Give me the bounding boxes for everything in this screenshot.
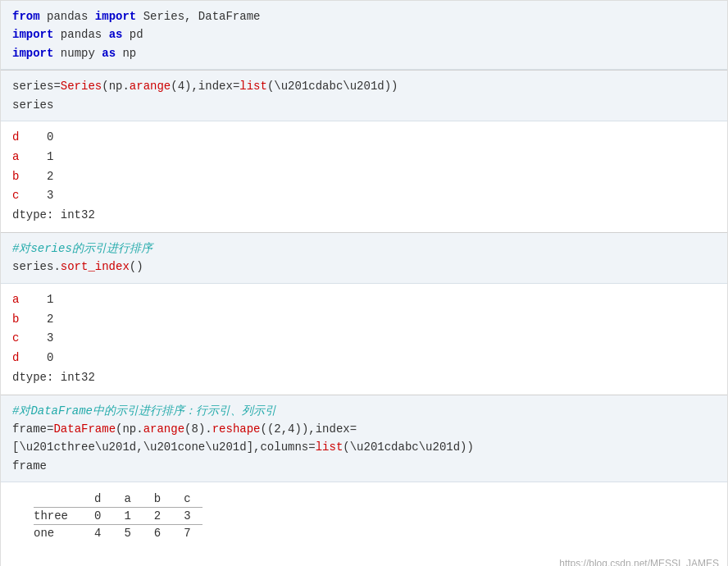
df-create-line: frame=DataFrame(np.arange(8).reshape((2,…: [12, 420, 716, 457]
code-output-series: d 0 a 1 b 2 c 3 dtype: int32: [1, 121, 727, 232]
code-input-imports: from pandas import Series, DataFrame imp…: [1, 1, 727, 70]
df-print-line: frame: [12, 457, 716, 475]
df-header-a: a: [112, 491, 142, 508]
section-sort-index: #对series的示引进行排序 series.sort_index() a 1 …: [1, 233, 727, 395]
section-imports: from pandas import Series, DataFrame imp…: [1, 1, 727, 71]
section-df-sort: #对DataFrame中的示引进行排序：行示引、列示引 frame=DataFr…: [1, 395, 727, 566]
df-header-d: d: [83, 491, 112, 508]
df-row-one: one 4 5 6 7: [34, 525, 202, 542]
df-cell-three-c: 3: [172, 508, 202, 525]
sorted-row-d: d 0: [12, 349, 716, 368]
series-print-line: series: [12, 96, 716, 114]
kw-import2: import: [12, 28, 53, 41]
df-header-row: d a b c: [34, 491, 202, 508]
kw-from: from: [12, 10, 40, 23]
series-row-b: b 2: [12, 167, 716, 187]
code-output-sorted: a 1 b 2 c 3 d 0 dtype: int32: [1, 284, 727, 395]
code-input-series: series=Series(np.arange(4),index=list(\u…: [1, 71, 727, 121]
series-dtype: dtype: int32: [12, 206, 716, 226]
import-line-1: from pandas import Series, DataFrame: [12, 7, 716, 25]
sort-call: series.sort_index(): [12, 258, 716, 276]
kw-as1: as: [109, 28, 123, 41]
series-row-c: c 3: [12, 186, 716, 206]
sorted-row-c: c 3: [12, 329, 716, 349]
df-header-b: b: [143, 491, 172, 508]
page-wrapper: from pandas import Series, DataFrame imp…: [0, 0, 728, 566]
sorted-row-b: b 2: [12, 310, 716, 330]
section-series-create: series=Series(np.arange(4),index=list(\u…: [1, 71, 727, 233]
code-input-df: #对DataFrame中的示引进行排序：行示引、列示引 frame=DataFr…: [1, 395, 727, 483]
import-line-2: import pandas as pd: [12, 25, 716, 43]
code-input-sort: #对series的示引进行排序 series.sort_index(): [1, 233, 727, 284]
kw-as2: as: [102, 47, 116, 60]
sorted-row-a: a 1: [12, 290, 716, 310]
df-cell-one-c: 7: [172, 525, 202, 542]
df-comment: #对DataFrame中的示引进行排序：行示引、列示引: [12, 402, 716, 420]
series-create-line: series=Series(np.arange(4),index=list(\u…: [12, 77, 716, 95]
series-row-a: a 1: [12, 148, 716, 167]
import-line-3: import numpy as np: [12, 44, 716, 62]
df-row-three: three 0 1 2 3: [34, 508, 202, 525]
df-output-table-wrapper: d a b c three 0 1 2 3 one: [1, 482, 727, 555]
df-cell-one-b: 6: [143, 525, 172, 542]
df-cell-one-a: 5: [112, 525, 142, 542]
kw-import3: import: [12, 47, 53, 60]
df-header-c: c: [172, 491, 202, 508]
kw-import1: import: [95, 10, 136, 23]
df-cell-one-d: 4: [83, 525, 112, 542]
df-header-empty: [34, 491, 83, 508]
df-label-three: three: [34, 508, 83, 525]
sort-comment: #对series的示引进行排序: [12, 240, 716, 258]
df-output-table: d a b c three 0 1 2 3 one: [34, 491, 202, 541]
sorted-dtype: dtype: int32: [12, 368, 716, 388]
df-cell-three-b: 2: [143, 508, 172, 525]
watermark: https://blog.csdn.net/MESSI_JAMES: [1, 555, 727, 566]
df-label-one: one: [34, 525, 83, 542]
df-cell-three-d: 0: [83, 508, 112, 525]
df-cell-three-a: 1: [112, 508, 142, 525]
series-row-d: d 0: [12, 128, 716, 148]
